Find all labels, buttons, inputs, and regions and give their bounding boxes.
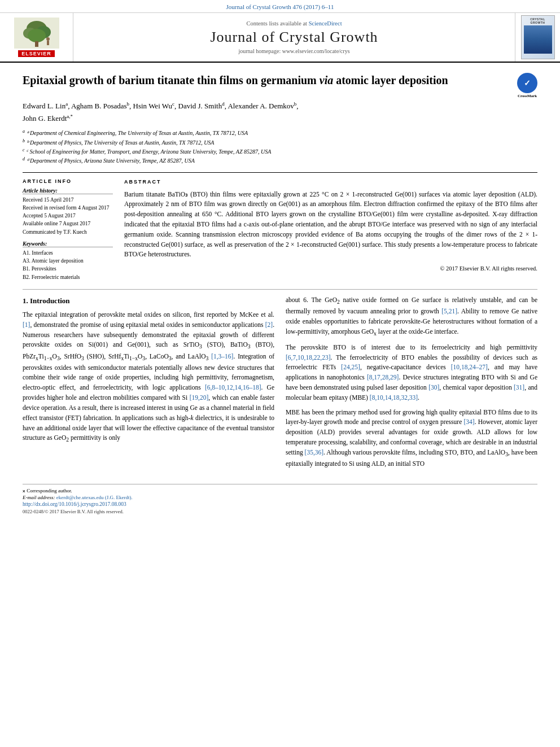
abstract-panel: ABSTRACT Barium titanate BaTiO₃ (BTO) th… — [124, 178, 537, 281]
affiliation-c: c ᶜ School of Engineering for Matter, Tr… — [23, 147, 537, 156]
affiliation-b: b ᵇ Department of Physics, The Universit… — [23, 138, 537, 147]
keywords-label: Keywords: — [23, 241, 113, 247]
author-ekerdt: John G. Ekerdta,* — [23, 114, 73, 123]
body-col-left: 1. Introduction The epitaxial integratio… — [23, 295, 274, 474]
author-posadas: Agham B. Posadasb, — [71, 102, 133, 110]
author-demkov: Alexander A. Demkovb, — [228, 102, 298, 110]
author-smith: David J. Smithd, — [178, 102, 228, 110]
article-title-text: Epitaxial growth of barium titanate thin… — [23, 73, 511, 88]
ref-2[interactable]: [2] — [265, 321, 273, 328]
body-col-right: about 6. The GeO2 native oxide formed on… — [286, 295, 537, 474]
article-history-label: Article history: — [23, 187, 113, 194]
author-wu: Hsin Wei Wuc, — [133, 102, 178, 110]
journal-cover-image: CRYSTAL GROWTH — [521, 15, 555, 59]
svg-point-6 — [46, 37, 50, 41]
ref-10-27[interactable]: [10,18,24–27] — [451, 364, 488, 370]
affiliation-d: d ᵈ Department of Physics, Arizona State… — [23, 156, 537, 165]
ref-8-29[interactable]: [8,17,28,29] — [367, 374, 399, 381]
accepted-date: Accepted 5 August 2017 — [23, 212, 113, 220]
received-date: Received 15 April 2017 — [23, 196, 113, 204]
journal-header-center: Contents lists available at ScienceDirec… — [73, 13, 515, 62]
journal-url: journal homepage: www.elsevier.com/locat… — [238, 48, 349, 54]
svg-point-4 — [28, 29, 46, 42]
publisher-logo-area: ELSEVIER — [0, 13, 73, 62]
elsevier-badge-text: ELSEVIER — [18, 50, 55, 57]
email-line: E-mail address: ekerdt@che.utexas.edu (J… — [23, 495, 537, 500]
author-lin: Edward L. Lina, — [23, 102, 71, 110]
sciencedirect-link[interactable]: ScienceDirect — [309, 20, 342, 27]
body-col2-para2: The perovskite BTO is of interest due to… — [286, 343, 537, 403]
journal-cover-area: CRYSTAL GROWTH — [515, 13, 560, 62]
ref-1-16[interactable]: [1,3–16] — [211, 353, 233, 360]
body-col2-para3: MBE has been the primary method used for… — [286, 408, 537, 469]
article-title-row: Epitaxial growth of barium titanate thin… — [23, 73, 537, 93]
ref-8-33[interactable]: [8,10,14,18,32,33] — [370, 394, 418, 401]
cover-decorative-image — [524, 25, 552, 54]
title-part1: Epitaxial growth of barium titanate thin… — [23, 74, 320, 86]
article-footer: ⁎ Corresponding author. E-mail address: … — [23, 484, 537, 514]
abstract-heading: ABSTRACT — [124, 178, 537, 186]
title-via: via — [320, 74, 333, 86]
contents-line: Contents lists available at ScienceDirec… — [246, 20, 342, 27]
ref-24-25[interactable]: [24,25] — [341, 364, 360, 370]
crossmark-icon: ✓ — [517, 73, 537, 93]
journal-citation: Journal of Crystal Growth 476 (2017) 6–1… — [226, 3, 334, 10]
keyword-2: A3. Atomic layer deposition — [23, 257, 113, 265]
body-two-col: 1. Introduction The epitaxial integratio… — [23, 295, 537, 474]
ref-5-21[interactable]: [5,21] — [441, 308, 457, 314]
title-part2: atomic layer deposition — [333, 74, 448, 86]
communicated-by: Communicated by T.F. Kuech — [23, 228, 113, 236]
body-divider — [23, 289, 537, 290]
svg-rect-5 — [35, 41, 38, 47]
copyright-line: © 2017 Elsevier B.V. All rights reserved… — [124, 264, 537, 273]
elsevier-tree-icon — [14, 18, 59, 49]
article-body: Epitaxial growth of barium titanate thin… — [0, 63, 560, 526]
section1-heading: 1. Introduction — [23, 295, 274, 307]
elsevier-logo: ELSEVIER — [14, 18, 59, 57]
keywords-block: Keywords: A1. Interfaces A3. Atomic laye… — [23, 241, 113, 281]
ref-34[interactable]: [34] — [463, 418, 474, 425]
info-abstract-section: ARTICLE INFO Article history: Received 1… — [23, 178, 537, 281]
ref-19-20[interactable]: [19,20] — [190, 394, 209, 401]
ref-35-36[interactable]: [35,36] — [305, 449, 324, 456]
received-revised-date: Received in revised form 4 August 2017 — [23, 204, 113, 212]
keyword-4: B2. Ferroelectric materials — [23, 273, 113, 281]
abstract-text: Barium titanate BaTiO₃ (BTO) thin films … — [124, 190, 537, 260]
doi-link[interactable]: http://dx.doi.org/10.1016/j.jcrysgro.201… — [23, 501, 537, 507]
corresponding-note: ⁎ Corresponding author. — [23, 488, 537, 493]
header-divider — [23, 172, 537, 173]
ref-30[interactable]: [30] — [428, 384, 439, 391]
affiliation-a: a ᵃ Department of Chemical Engineering, … — [23, 128, 537, 137]
page-header: ELSEVIER Contents lists available at Sci… — [0, 13, 560, 63]
body-col1-para1: The epitaxial integration of perovskite … — [23, 310, 274, 445]
affiliations-block: a ᵃ Department of Chemical Engineering, … — [23, 128, 537, 165]
authors-line: Edward L. Lina, Agham B. Posadasb, Hsin … — [23, 100, 537, 125]
article-info-heading: ARTICLE INFO — [23, 178, 113, 184]
ref-1[interactable]: [1] — [23, 321, 30, 328]
issn-line: 0022-0248/© 2017 Elsevier B.V. All right… — [23, 509, 537, 514]
journal-title: Journal of Crystal Growth — [210, 29, 378, 46]
ref-6-18[interactable]: [6,8–10,12,14,16–18] — [205, 384, 261, 391]
cover-title-text: CRYSTAL GROWTH — [523, 18, 553, 24]
ref-31[interactable]: [31] — [514, 384, 524, 391]
keyword-1: A1. Interfaces — [23, 249, 113, 257]
available-date: Available online 7 August 2017 — [23, 220, 113, 228]
keyword-3: B1. Perovskites — [23, 265, 113, 273]
crossmark-label: CrossMark — [517, 94, 537, 99]
ref-6-23[interactable]: [6,7,10,18,22,23] — [286, 354, 331, 361]
svg-rect-7 — [47, 41, 49, 45]
article-info-panel: ARTICLE INFO Article history: Received 1… — [23, 178, 113, 281]
journal-bar: Journal of Crystal Growth 476 (2017) 6–1… — [0, 0, 560, 13]
body-col2-para1: about 6. The GeO2 native oxide formed on… — [286, 295, 537, 338]
article-history-block: Article history: Received 15 April 2017 … — [23, 187, 113, 236]
crossmark-badge[interactable]: ✓ CrossMark — [517, 73, 537, 93]
